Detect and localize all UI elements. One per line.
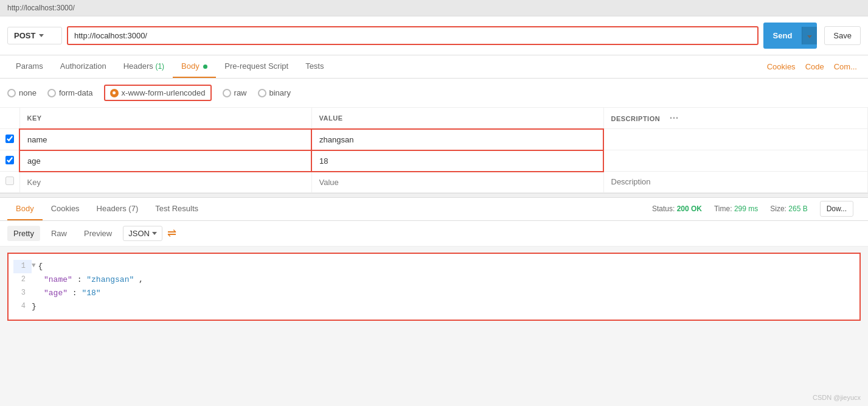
- json-response-viewer: 1 ▼ { 2 "name" : "zhangsan" , 3 "age" : …: [7, 253, 861, 321]
- send-button-group[interactable]: Send: [763, 23, 818, 49]
- format-preview-button[interactable]: Preview: [78, 226, 118, 241]
- placeholder-checkbox-cell: [0, 172, 19, 193]
- row2-key-cell: [19, 150, 311, 172]
- headers-badge: (1): [155, 62, 164, 71]
- row2-checkbox-cell: [0, 150, 19, 172]
- row1-key-input[interactable]: [20, 130, 311, 150]
- more-options-icon[interactable]: ···: [662, 108, 686, 128]
- response-tabs: Body Cookies Headers (7) Test Results St…: [0, 198, 868, 221]
- row1-desc-input[interactable]: [604, 130, 867, 150]
- radio-urlencoded-icon: [110, 89, 119, 97]
- option-none[interactable]: none: [7, 88, 36, 97]
- row1-checkbox-cell: [0, 129, 19, 150]
- placeholder-value-cell: [311, 172, 603, 193]
- download-button[interactable]: Dow...: [820, 201, 853, 217]
- col-key: KEY: [19, 108, 311, 129]
- placeholder-key-cell: [19, 172, 311, 193]
- send-chevron-icon: [807, 35, 812, 38]
- table-row: [0, 150, 868, 172]
- tab-headers[interactable]: Headers (1): [115, 55, 173, 78]
- row2-value-cell: [311, 150, 603, 172]
- row2-checkbox[interactable]: [5, 156, 14, 164]
- radio-form-data-icon: [47, 89, 56, 97]
- send-button-main[interactable]: Send: [763, 27, 802, 44]
- response-tab-headers[interactable]: Headers (7): [88, 198, 147, 220]
- request-bar: POST Send Save: [0, 16, 868, 55]
- url-input[interactable]: [67, 26, 759, 45]
- row1-checkbox[interactable]: [5, 135, 14, 143]
- response-tab-cookies[interactable]: Cookies: [43, 198, 88, 220]
- send-button-dropdown[interactable]: [802, 27, 817, 44]
- main-tabs: Params Authorization Headers (1) Body Pr…: [0, 55, 868, 79]
- radio-raw-icon: [223, 89, 231, 97]
- col-checkbox: [0, 108, 19, 129]
- tab-code[interactable]: Code: [802, 56, 828, 77]
- method-label: POST: [14, 31, 35, 40]
- placeholder-desc-cell: [603, 172, 868, 193]
- response-tab-body[interactable]: Body: [7, 198, 43, 220]
- json-line-3: 3 "age" : "18": [9, 287, 859, 300]
- row2-desc-cell: [603, 150, 868, 172]
- response-format-bar: Pretty Raw Preview JSON ⇌: [0, 221, 868, 247]
- json-line-1: 1 ▼ {: [9, 260, 859, 273]
- tab-params[interactable]: Params: [7, 55, 52, 78]
- section-divider: [0, 193, 868, 198]
- placeholder-value-input[interactable]: [312, 172, 603, 192]
- params-table-wrapper: KEY VALUE DESCRIPTION ···: [0, 108, 868, 193]
- method-chevron-icon: [39, 34, 44, 37]
- body-options: none form-data x-www-form-urlencoded raw…: [0, 79, 868, 108]
- method-dropdown[interactable]: POST: [7, 27, 62, 44]
- radio-binary-icon: [258, 89, 266, 97]
- row1-value-input[interactable]: [312, 130, 603, 150]
- row1-desc-cell: [603, 129, 868, 150]
- right-tabs: Cookies Code Com...: [763, 56, 861, 77]
- col-description: DESCRIPTION ···: [603, 108, 868, 129]
- format-chevron-icon: [152, 232, 157, 235]
- response-tab-test-results[interactable]: Test Results: [147, 198, 207, 220]
- wrap-icon[interactable]: ⇌: [167, 226, 176, 240]
- format-raw-button[interactable]: Raw: [45, 226, 73, 241]
- row1-value-cell: [311, 129, 603, 150]
- option-raw[interactable]: raw: [223, 88, 247, 97]
- tab-comments[interactable]: Com...: [830, 56, 861, 77]
- response-status: Status: 200 OK Time: 299 ms Size: 265 B …: [652, 201, 861, 217]
- format-select-dropdown[interactable]: JSON: [123, 226, 162, 241]
- row2-desc-input[interactable]: [604, 151, 867, 171]
- json-collapse-icon[interactable]: ▼: [32, 260, 36, 273]
- save-button[interactable]: Save: [824, 26, 861, 45]
- format-pretty-button[interactable]: Pretty: [7, 226, 40, 241]
- option-x-www-form-urlencoded[interactable]: x-www-form-urlencoded: [104, 85, 212, 101]
- row1-key-cell: [19, 129, 311, 150]
- tab-cookies[interactable]: Cookies: [763, 56, 799, 77]
- json-line-4: 4 }: [9, 300, 859, 313]
- body-dot: [203, 65, 207, 69]
- browser-url-text: http://localhost:3000/: [7, 4, 75, 12]
- tab-body[interactable]: Body: [173, 55, 216, 78]
- browser-url-bar: http://localhost:3000/: [0, 0, 868, 16]
- tab-tests[interactable]: Tests: [297, 55, 332, 78]
- row2-key-input[interactable]: [20, 151, 311, 171]
- placeholder-desc-input[interactable]: [604, 172, 868, 192]
- option-binary[interactable]: binary: [258, 88, 291, 97]
- radio-none-icon: [7, 89, 16, 97]
- tab-authorization[interactable]: Authorization: [52, 55, 115, 78]
- table-row: [0, 129, 868, 150]
- col-value: VALUE: [311, 108, 603, 129]
- row2-value-input[interactable]: [312, 151, 603, 171]
- tab-prerequest[interactable]: Pre-request Script: [216, 55, 297, 78]
- json-line-2: 2 "name" : "zhangsan" ,: [9, 273, 859, 287]
- option-form-data[interactable]: form-data: [47, 88, 93, 97]
- table-placeholder-row: [0, 172, 868, 193]
- params-table: KEY VALUE DESCRIPTION ···: [0, 108, 868, 193]
- placeholder-checkbox: [5, 177, 14, 185]
- placeholder-key-input[interactable]: [20, 172, 311, 192]
